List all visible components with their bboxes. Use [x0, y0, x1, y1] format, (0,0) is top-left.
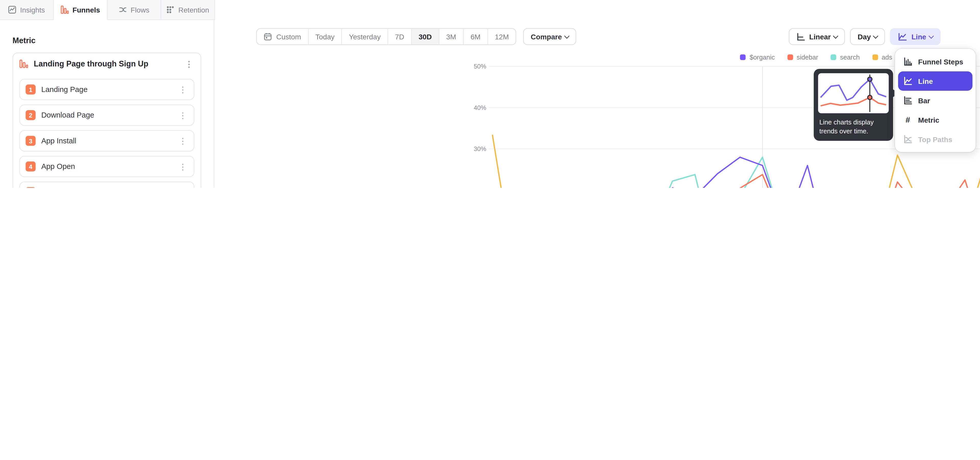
insights-icon — [8, 6, 16, 14]
chevron-down-icon — [873, 33, 878, 38]
chevron-down-icon — [833, 33, 838, 38]
range-6m-button[interactable]: 6M — [464, 29, 488, 45]
range-yesterday-button[interactable]: Yesterday — [342, 29, 388, 45]
linear-scale-icon — [796, 32, 805, 41]
tab-flows[interactable]: Flows — [107, 0, 161, 20]
step-label: App Open — [41, 162, 75, 171]
step-label: App Install — [41, 136, 76, 145]
kebab-menu-icon[interactable]: ⋮ — [177, 162, 188, 171]
range-30d-button[interactable]: 30D — [412, 29, 439, 45]
report-type-tabs: Insights Funnels Flows Retention — [0, 0, 215, 20]
query-builder-sidebar: Metric Landing Page through Sign Up ⋮ 1 … — [0, 20, 215, 188]
funnel-steps-icon — [903, 57, 913, 66]
series-line-sidebar — [493, 152, 980, 188]
legend-item[interactable]: search — [831, 53, 860, 61]
menu-item-line[interactable]: Line — [898, 71, 972, 91]
legend-item[interactable]: $organic — [740, 53, 775, 61]
funnel-step-5[interactable]: 5 Sign Up ⋮ — [19, 181, 194, 188]
svg-text:30%: 30% — [474, 145, 486, 152]
svg-text:40%: 40% — [474, 104, 486, 111]
bar-chart-icon — [903, 96, 913, 105]
calendar-icon — [264, 32, 272, 41]
top-paths-icon — [903, 135, 913, 144]
chevron-down-icon — [928, 33, 934, 38]
funnel-step-4[interactable]: 4 App Open ⋮ — [19, 156, 194, 177]
legend-item[interactable]: sidebar — [788, 53, 818, 61]
step-number-badge: 3 — [25, 136, 35, 146]
legend-swatch — [831, 54, 836, 60]
chart-type-tooltip: Line charts display trends over time. — [814, 69, 893, 141]
step-number-badge: 1 — [25, 85, 35, 94]
metric-section-heading: Metric — [13, 36, 201, 45]
legend-swatch — [740, 54, 746, 60]
step-label: Landing Page — [41, 85, 88, 94]
chevron-down-icon — [564, 33, 570, 38]
tooltip-text: Line charts display trends over time. — [818, 118, 889, 135]
step-number-badge: 5 — [25, 187, 35, 188]
kebab-menu-icon[interactable]: ⋮ — [177, 111, 188, 119]
legend-swatch — [872, 54, 878, 60]
chart-type-dropdown[interactable]: Line — [890, 28, 940, 45]
flows-icon — [119, 6, 127, 14]
menu-item-funnel-steps[interactable]: Funnel Steps — [898, 52, 972, 71]
kebab-menu-icon[interactable]: ⋮ — [177, 85, 188, 94]
funnel-step-1[interactable]: 1 Landing Page ⋮ — [19, 79, 194, 100]
line-chart-icon — [898, 32, 907, 41]
chart-type-menu: Funnel Steps Line Bar # Metric Top Paths — [895, 49, 976, 152]
menu-item-bar[interactable]: Bar — [898, 91, 972, 110]
line-chart-icon — [903, 77, 913, 86]
legend-swatch — [788, 54, 793, 60]
funnels-icon — [60, 6, 68, 14]
menu-item-top-paths[interactable]: Top Paths — [898, 129, 972, 149]
range-today-button[interactable]: Today — [309, 29, 342, 45]
retention-icon — [166, 6, 175, 14]
tab-insights[interactable]: Insights — [0, 0, 54, 20]
tab-label: Funnels — [73, 6, 100, 13]
menu-item-metric[interactable]: # Metric — [898, 110, 972, 129]
tab-label: Retention — [178, 6, 209, 13]
series-line-organic — [493, 149, 980, 188]
tab-retention[interactable]: Retention — [161, 0, 215, 20]
tab-funnels[interactable]: Funnels — [54, 0, 108, 20]
tab-label: Flows — [130, 6, 150, 13]
scale-dropdown[interactable]: Linear — [789, 28, 845, 45]
range-custom-button[interactable]: Custom — [257, 29, 308, 45]
kebab-menu-icon[interactable]: ⋮ — [177, 137, 188, 145]
step-number-badge: 2 — [25, 110, 35, 120]
funnels-report-page: Insights Funnels Flows Retention Metric — [0, 0, 980, 188]
mini-line-chart-preview — [818, 73, 889, 113]
svg-text:50%: 50% — [474, 63, 486, 70]
compare-button[interactable]: Compare — [523, 28, 576, 45]
range-12m-button[interactable]: 12M — [488, 29, 516, 45]
funnel-metric-card: Landing Page through Sign Up ⋮ 1 Landing… — [13, 53, 201, 188]
range-3m-button[interactable]: 3M — [439, 29, 463, 45]
interval-dropdown[interactable]: Day — [850, 28, 885, 45]
funnel-title: Landing Page through Sign Up — [34, 59, 148, 68]
tab-label: Insights — [20, 6, 45, 13]
range-7d-button[interactable]: 7D — [388, 29, 412, 45]
step-number-badge: 4 — [25, 161, 35, 171]
funnel-step-3[interactable]: 3 App Install ⋮ — [19, 130, 194, 151]
legend-item[interactable]: ads — [872, 53, 892, 61]
metric-icon: # — [903, 115, 913, 125]
date-range-segmented-control: Custom Today Yesterday 7D 30D 3M 6M 12M — [256, 28, 516, 45]
funnel-step-2[interactable]: 2 Download Page ⋮ — [19, 104, 194, 126]
svg-text:20%: 20% — [474, 187, 486, 188]
funnel-bars-icon — [19, 59, 28, 68]
step-label: Download Page — [41, 111, 94, 119]
kebab-menu-icon[interactable]: ⋮ — [184, 60, 194, 68]
